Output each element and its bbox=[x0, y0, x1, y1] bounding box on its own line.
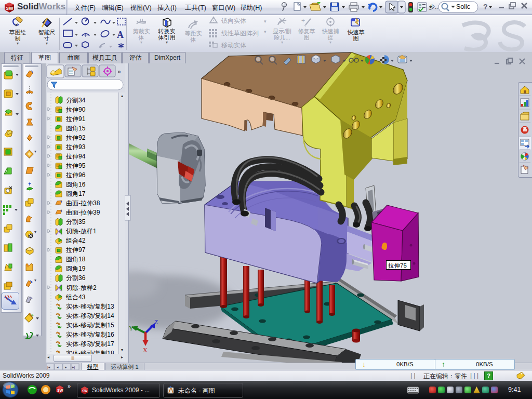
svg-text:组合42: 组合42 bbox=[65, 237, 86, 244]
svg-text:实体-移动/复制18: 实体-移动/复制18 bbox=[66, 350, 114, 354]
svg-text:分割34: 分割34 bbox=[66, 97, 86, 104]
svg-text:曲面-拉伸38: 曲面-拉伸38 bbox=[66, 200, 100, 207]
svg-text:▾: ▾ bbox=[34, 278, 36, 283]
svg-text:实体-移动/复制13: 实体-移动/复制13 bbox=[66, 303, 114, 310]
svg-text:分割35: 分割35 bbox=[66, 218, 86, 225]
svg-text:切除-放样1: 切除-放样1 bbox=[65, 228, 97, 235]
svg-text:圆角18: 圆角18 bbox=[66, 256, 86, 263]
svg-text:拉伸95: 拉伸95 bbox=[65, 162, 86, 169]
svg-text:Solic: Solic bbox=[456, 3, 470, 10]
svg-text:»: » bbox=[68, 383, 71, 389]
svg-text:▾: ▾ bbox=[34, 230, 36, 234]
svg-text:A: A bbox=[117, 30, 124, 40]
svg-text:圆角16: 圆角16 bbox=[66, 181, 86, 188]
svg-text:拉伸75: 拉伸75 bbox=[388, 262, 407, 269]
svg-text:拉伸90: 拉伸90 bbox=[65, 106, 86, 113]
svg-text:▸: ▸ bbox=[65, 365, 67, 369]
svg-text:SW: SW bbox=[82, 389, 88, 393]
svg-text:拉伸94: 拉伸94 bbox=[65, 153, 86, 160]
svg-text:»: » bbox=[117, 68, 121, 75]
svg-text:移动实体: 移动实体 bbox=[221, 42, 246, 49]
svg-text:◂: ◂ bbox=[57, 365, 59, 369]
svg-text:分割36: 分割36 bbox=[66, 274, 86, 282]
svg-text:线性草图阵列: 线性草图阵列 bbox=[221, 30, 259, 37]
svg-text:少..: 少.. bbox=[429, 4, 438, 10]
svg-text:▾: ▾ bbox=[34, 149, 36, 154]
svg-text:拉伸92: 拉伸92 bbox=[65, 134, 86, 141]
svg-text:SW: SW bbox=[6, 6, 14, 11]
svg-text:圆角19: 圆角19 bbox=[66, 265, 86, 272]
svg-text:实体-移动/复制14: 实体-移动/复制14 bbox=[66, 312, 114, 320]
svg-text:拉伸97: 拉伸97 bbox=[65, 246, 86, 254]
svg-text:圆角17: 圆角17 bbox=[66, 190, 86, 197]
svg-text:圆角15: 圆角15 bbox=[66, 125, 86, 132]
svg-text:SW: SW bbox=[57, 389, 63, 392]
svg-text:切除-放样2: 切除-放样2 bbox=[65, 284, 97, 291]
svg-text:实体-移动/复制17: 实体-移动/复制17 bbox=[66, 340, 114, 348]
svg-text:实体-移动/复制15: 实体-移动/复制15 bbox=[66, 322, 114, 329]
svg-text:镜向实体: 镜向实体 bbox=[221, 17, 246, 24]
svg-text:曲面-拉伸39: 曲面-拉伸39 bbox=[66, 209, 100, 216]
svg-text:拉伸96: 拉伸96 bbox=[65, 171, 86, 179]
svg-text:组合43: 组合43 bbox=[65, 294, 86, 301]
svg-text:|◂: |◂ bbox=[47, 365, 50, 369]
svg-text:拉伸91: 拉伸91 bbox=[65, 115, 86, 123]
svg-text:X: X bbox=[143, 347, 148, 354]
svg-text:Z: Z bbox=[154, 318, 158, 326]
svg-text:拉伸93: 拉伸93 bbox=[65, 143, 86, 151]
svg-text:▸|: ▸| bbox=[72, 365, 75, 369]
svg-text:实体-移动/复制16: 实体-移动/复制16 bbox=[66, 331, 114, 338]
svg-text:+: + bbox=[301, 17, 305, 24]
svg-text:Y: Y bbox=[129, 325, 134, 332]
svg-text:?: ? bbox=[483, 3, 488, 11]
